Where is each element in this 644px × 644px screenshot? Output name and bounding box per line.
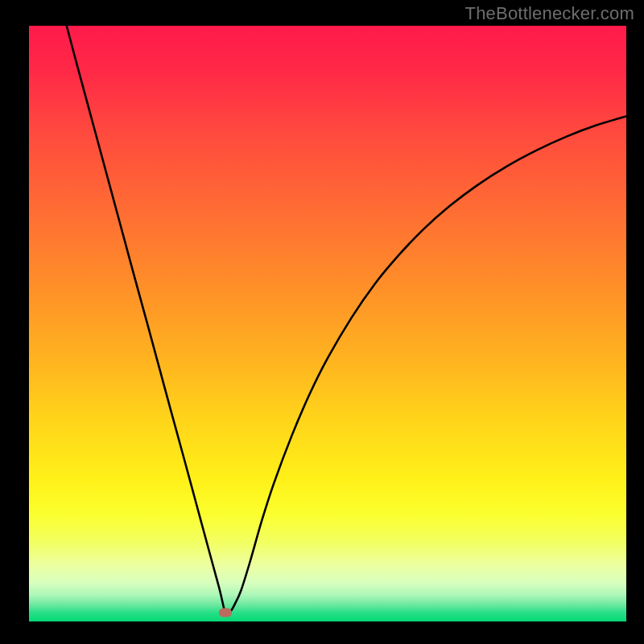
chart-stage: TheBottlenecker.com: [0, 0, 644, 644]
plot-area: [29, 26, 626, 621]
minimum-marker: [219, 608, 232, 617]
bottleneck-curve: [67, 26, 626, 613]
curve-layer: [29, 26, 626, 621]
watermark-text: TheBottlenecker.com: [465, 3, 634, 24]
